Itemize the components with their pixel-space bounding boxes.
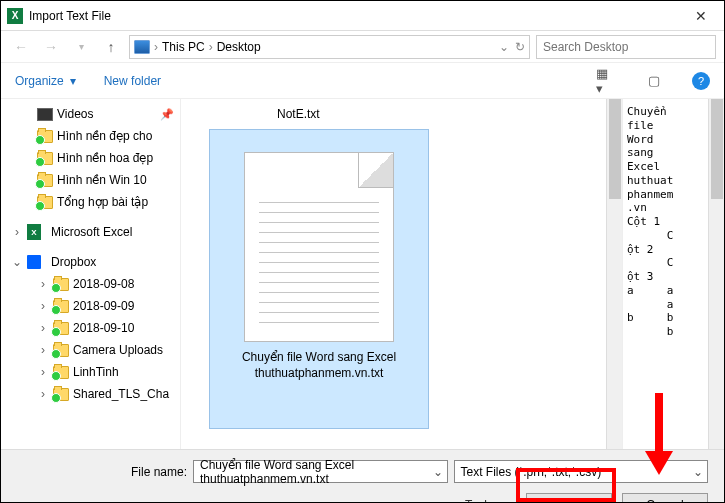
filename-value: Chuyển file Word sang Excel thuthuatphan…	[200, 458, 441, 486]
chevron-down-icon: │▾	[582, 500, 593, 504]
folder-icon	[53, 300, 69, 313]
close-button[interactable]: ✕	[678, 1, 724, 31]
footer: File name: Chuyển file Word sang Excel t…	[1, 449, 724, 503]
view-icon[interactable]: ▦ ▾	[596, 71, 616, 91]
chevron-right-icon: ›	[209, 40, 213, 54]
tree-dropbox[interactable]: ⌄Dropbox	[1, 251, 180, 273]
tree-item[interactable]: ›2018-09-10	[1, 317, 180, 339]
dropbox-icon	[27, 255, 41, 269]
titlebar: X Import Text File ✕	[1, 1, 724, 31]
preview-pane: Chuyển file Word sang Excel huthuat phan…	[622, 99, 708, 449]
tree-excel[interactable]: ›XMicrosoft Excel	[1, 221, 180, 243]
folder-icon	[53, 278, 69, 291]
import-button[interactable]: Import│▾	[526, 493, 612, 503]
filename-input[interactable]: Chuyển file Word sang Excel thuthuatphan…	[193, 460, 448, 483]
cancel-button[interactable]: Cancel	[622, 493, 708, 503]
tree-item[interactable]: Hình nền đẹp cho	[1, 125, 180, 147]
breadcrumb[interactable]: › This PC › Desktop ⌄↻	[129, 35, 530, 59]
tools-menu[interactable]: Tools▾	[465, 498, 502, 503]
chevron-down-icon[interactable]: ⌄	[433, 465, 443, 479]
file-label: Chuyển file Word sang Excel thuthuatphan…	[242, 350, 396, 381]
selected-file[interactable]: Chuyển file Word sang Excel thuthuatphan…	[209, 129, 429, 429]
file-thumbnail	[244, 152, 394, 342]
file-list[interactable]: NotE.txt Chuyển file Word sang Excel thu…	[181, 99, 606, 449]
forward-button[interactable]: →	[39, 35, 63, 59]
tree-item[interactable]: ›2018-09-09	[1, 295, 180, 317]
tree-item[interactable]: Tổng hợp bài tập	[1, 191, 180, 213]
excel-icon: X	[27, 224, 41, 240]
tree-item[interactable]: Hình nền hoa đẹp	[1, 147, 180, 169]
folder-icon	[53, 322, 69, 335]
window-title: Import Text File	[29, 9, 678, 23]
filetype-filter[interactable]: Text Files (*.prn;*.txt;*.csv) ⌄	[454, 460, 709, 483]
folder-icon	[37, 196, 53, 209]
excel-icon: X	[7, 8, 23, 24]
folder-icon	[37, 152, 53, 165]
organize-menu[interactable]: Organize	[15, 74, 64, 88]
chevron-right-icon: ›	[154, 40, 158, 54]
content-scrollbar[interactable]	[606, 99, 622, 449]
folder-icon	[37, 130, 53, 143]
tree-item[interactable]: ›2018-09-08	[1, 273, 180, 295]
filter-value: Text Files (*.prn;*.txt;*.csv)	[461, 465, 602, 479]
new-folder-button[interactable]: New folder	[104, 74, 161, 88]
help-icon[interactable]: ?	[692, 72, 710, 90]
folder-icon	[53, 366, 69, 379]
chevron-down-icon[interactable]: ⌄	[499, 40, 509, 54]
up-button[interactable]: ↑	[99, 35, 123, 59]
preview-scrollbar[interactable]	[708, 99, 724, 449]
recent-dropdown[interactable]: ▾	[69, 35, 93, 59]
tree-item[interactable]: ›Camera Uploads	[1, 339, 180, 361]
back-button[interactable]: ←	[9, 35, 33, 59]
breadcrumb-location[interactable]: Desktop	[217, 40, 261, 54]
search-input[interactable]	[536, 35, 716, 59]
folder-icon	[37, 174, 53, 187]
pc-icon	[134, 40, 150, 54]
tree-item[interactable]: ›Shared_TLS_Cha	[1, 383, 180, 405]
chevron-down-icon[interactable]: ⌄	[693, 465, 703, 479]
navbar: ← → ▾ ↑ › This PC › Desktop ⌄↻	[1, 31, 724, 63]
folder-icon	[53, 388, 69, 401]
pin-icon: 📌	[160, 108, 174, 121]
breadcrumb-pc[interactable]: This PC	[162, 40, 205, 54]
preview-pane-icon[interactable]: ▢	[644, 71, 664, 91]
file-item[interactable]: NotE.txt	[277, 107, 320, 121]
nav-tree: Videos📌 Hình nền đẹp cho Hình nền hoa đẹ…	[1, 99, 181, 449]
tree-item[interactable]: ›LinhTinh	[1, 361, 180, 383]
video-icon	[37, 108, 53, 121]
folder-icon	[53, 344, 69, 357]
refresh-icon[interactable]: ↻	[515, 40, 525, 54]
tree-item[interactable]: Hình nền Win 10	[1, 169, 180, 191]
tree-videos[interactable]: Videos📌	[1, 103, 180, 125]
filename-label: File name:	[17, 465, 187, 479]
toolbar: Organize▾ New folder ▦ ▾ ▢ ?	[1, 63, 724, 99]
